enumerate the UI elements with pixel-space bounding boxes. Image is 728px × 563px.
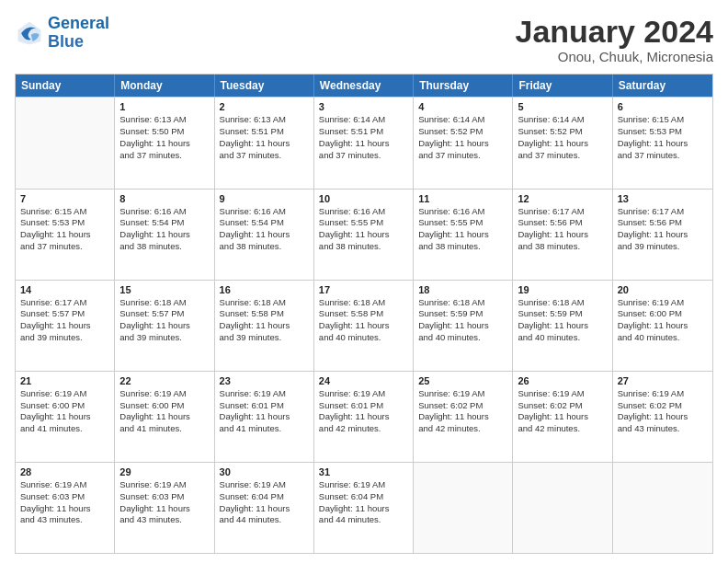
daylight2: and 44 minutes. xyxy=(319,514,408,526)
day-25: 25Sunrise: 6:19 AMSunset: 6:02 PMDayligh… xyxy=(414,372,513,462)
day-9: 9Sunrise: 6:16 AMSunset: 5:54 PMDaylight… xyxy=(215,190,314,280)
day-number: 8 xyxy=(119,193,209,204)
daylight2: and 40 minutes. xyxy=(618,332,708,344)
logo-text: General Blue xyxy=(48,15,109,52)
day-number: 2 xyxy=(220,101,309,112)
day-number: 28 xyxy=(20,466,109,477)
daylight2: and 42 minutes. xyxy=(418,423,507,435)
sunrise: Sunrise: 6:18 AM xyxy=(518,297,607,309)
day-10: 10Sunrise: 6:16 AMSunset: 5:55 PMDayligh… xyxy=(314,190,414,280)
day-number: 31 xyxy=(319,466,408,477)
sunrise: Sunrise: 6:14 AM xyxy=(418,114,507,126)
daylight2: and 41 minutes. xyxy=(20,423,109,435)
day-number: 27 xyxy=(618,375,708,386)
day-number: 16 xyxy=(220,284,309,295)
day-number: 25 xyxy=(418,375,507,386)
daylight: Daylight: 11 hours xyxy=(220,138,309,150)
day-number: 24 xyxy=(319,375,408,386)
sunrise: Sunrise: 6:18 AM xyxy=(119,297,209,309)
sunset: Sunset: 5:59 PM xyxy=(418,308,507,320)
empty-cell-4-5 xyxy=(513,463,612,553)
day-11: 11Sunrise: 6:16 AMSunset: 5:55 PMDayligh… xyxy=(414,190,513,280)
empty-cell-0-0 xyxy=(16,98,115,188)
empty-cell-4-4 xyxy=(414,463,513,553)
sunrise: Sunrise: 6:15 AM xyxy=(20,206,109,218)
sunset: Sunset: 5:52 PM xyxy=(518,126,607,138)
day-23: 23Sunrise: 6:19 AMSunset: 6:01 PMDayligh… xyxy=(215,372,314,462)
daylight2: and 37 minutes. xyxy=(220,150,309,162)
week-row-5: 28Sunrise: 6:19 AMSunset: 6:03 PMDayligh… xyxy=(16,462,712,553)
sunrise: Sunrise: 6:19 AM xyxy=(618,388,708,400)
sunrise: Sunrise: 6:14 AM xyxy=(518,114,607,126)
day-number: 17 xyxy=(319,284,408,295)
logo-line2: Blue xyxy=(48,32,84,51)
day-number: 18 xyxy=(418,284,507,295)
sunset: Sunset: 5:54 PM xyxy=(119,217,209,229)
sunset: Sunset: 5:53 PM xyxy=(618,126,708,138)
sunrise: Sunrise: 6:19 AM xyxy=(618,297,708,309)
header-friday: Friday xyxy=(513,75,612,97)
week-row-3: 14Sunrise: 6:17 AMSunset: 5:57 PMDayligh… xyxy=(16,280,712,371)
day-7: 7Sunrise: 6:15 AMSunset: 5:53 PMDaylight… xyxy=(16,190,115,280)
day-18: 18Sunrise: 6:18 AMSunset: 5:59 PMDayligh… xyxy=(414,281,513,371)
calendar: Sunday Monday Tuesday Wednesday Thursday… xyxy=(15,74,713,554)
daylight2: and 38 minutes. xyxy=(418,241,507,253)
header-monday: Monday xyxy=(115,75,214,97)
sunset: Sunset: 5:55 PM xyxy=(418,217,507,229)
calendar-header: Sunday Monday Tuesday Wednesday Thursday… xyxy=(16,75,712,97)
daylight2: and 41 minutes. xyxy=(220,423,309,435)
day-30: 30Sunrise: 6:19 AMSunset: 6:04 PMDayligh… xyxy=(215,463,314,553)
sunset: Sunset: 5:55 PM xyxy=(319,217,408,229)
sunset: Sunset: 5:52 PM xyxy=(418,126,507,138)
day-21: 21Sunrise: 6:19 AMSunset: 6:00 PMDayligh… xyxy=(16,372,115,462)
day-number: 9 xyxy=(220,193,309,204)
week-row-2: 7Sunrise: 6:15 AMSunset: 5:53 PMDaylight… xyxy=(16,189,712,280)
daylight2: and 42 minutes. xyxy=(518,423,607,435)
day-number: 14 xyxy=(20,284,109,295)
sunrise: Sunrise: 6:19 AM xyxy=(319,479,408,491)
daylight2: and 40 minutes. xyxy=(418,332,507,344)
daylight: Daylight: 11 hours xyxy=(220,503,309,515)
daylight2: and 39 minutes. xyxy=(119,332,209,344)
day-27: 27Sunrise: 6:19 AMSunset: 6:02 PMDayligh… xyxy=(613,372,712,462)
empty-cell-4-6 xyxy=(613,463,712,553)
daylight2: and 43 minutes. xyxy=(20,514,109,526)
daylight2: and 39 minutes. xyxy=(20,332,109,344)
daylight: Daylight: 11 hours xyxy=(20,229,109,241)
sunset: Sunset: 6:00 PM xyxy=(618,308,708,320)
sunrise: Sunrise: 6:18 AM xyxy=(220,297,309,309)
calendar-body: 1Sunrise: 6:13 AMSunset: 5:50 PMDaylight… xyxy=(16,97,712,553)
logo: General Blue xyxy=(15,15,109,52)
day-20: 20Sunrise: 6:19 AMSunset: 6:00 PMDayligh… xyxy=(613,281,712,371)
header-sunday: Sunday xyxy=(16,75,115,97)
day-number: 10 xyxy=(319,193,408,204)
day-number: 5 xyxy=(518,101,607,112)
sunrise: Sunrise: 6:17 AM xyxy=(518,206,607,218)
sunrise: Sunrise: 6:13 AM xyxy=(119,114,209,126)
daylight: Daylight: 11 hours xyxy=(618,138,708,150)
day-number: 26 xyxy=(518,375,607,386)
day-number: 1 xyxy=(119,101,209,112)
header-thursday: Thursday xyxy=(414,75,513,97)
daylight2: and 43 minutes. xyxy=(119,514,209,526)
day-31: 31Sunrise: 6:19 AMSunset: 6:04 PMDayligh… xyxy=(314,463,414,553)
sunset: Sunset: 5:59 PM xyxy=(518,308,607,320)
day-number: 6 xyxy=(618,101,708,112)
day-2: 2Sunrise: 6:13 AMSunset: 5:51 PMDaylight… xyxy=(215,98,314,188)
day-3: 3Sunrise: 6:14 AMSunset: 5:51 PMDaylight… xyxy=(314,98,414,188)
day-19: 19Sunrise: 6:18 AMSunset: 5:59 PMDayligh… xyxy=(513,281,612,371)
daylight2: and 42 minutes. xyxy=(319,423,408,435)
day-number: 7 xyxy=(20,193,109,204)
day-8: 8Sunrise: 6:16 AMSunset: 5:54 PMDaylight… xyxy=(115,190,214,280)
sunrise: Sunrise: 6:19 AM xyxy=(319,388,408,400)
sunrise: Sunrise: 6:19 AM xyxy=(20,388,109,400)
sunset: Sunset: 6:01 PM xyxy=(319,400,408,412)
day-13: 13Sunrise: 6:17 AMSunset: 5:56 PMDayligh… xyxy=(613,190,712,280)
header-tuesday: Tuesday xyxy=(215,75,314,97)
day-number: 3 xyxy=(319,101,408,112)
daylight: Daylight: 11 hours xyxy=(220,229,309,241)
sunset: Sunset: 5:58 PM xyxy=(220,308,309,320)
sunset: Sunset: 5:54 PM xyxy=(220,217,309,229)
sunrise: Sunrise: 6:17 AM xyxy=(20,297,109,309)
sunrise: Sunrise: 6:19 AM xyxy=(220,388,309,400)
